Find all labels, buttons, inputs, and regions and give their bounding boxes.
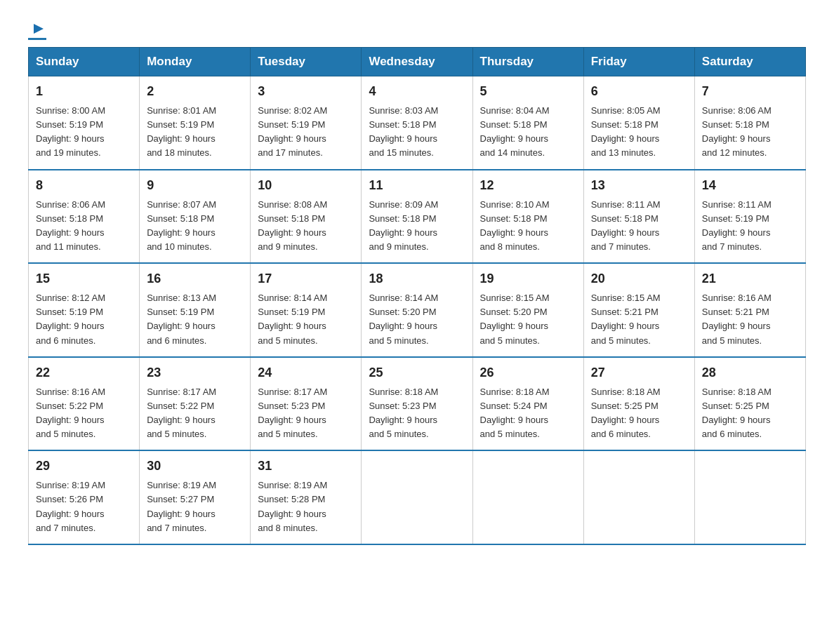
svg-marker-0 (34, 24, 44, 34)
calendar-cell: 4Sunrise: 8:03 AM Sunset: 5:18 PM Daylig… (362, 76, 472, 170)
day-number: 31 (258, 457, 354, 476)
calendar-cell: 6Sunrise: 8:05 AM Sunset: 5:18 PM Daylig… (583, 76, 694, 170)
calendar-week-1: 1Sunrise: 8:00 AM Sunset: 5:19 PM Daylig… (29, 76, 806, 170)
day-number: 23 (147, 363, 243, 382)
weekday-header-saturday: Saturday (694, 48, 805, 76)
day-info: Sunrise: 8:19 AM Sunset: 5:27 PM Dayligh… (147, 478, 243, 535)
day-info: Sunrise: 8:07 AM Sunset: 5:18 PM Dayligh… (147, 198, 243, 255)
calendar-cell: 13Sunrise: 8:11 AM Sunset: 5:18 PM Dayli… (583, 170, 694, 264)
calendar-cell: 17Sunrise: 8:14 AM Sunset: 5:19 PM Dayli… (251, 263, 362, 357)
calendar-week-2: 8Sunrise: 8:06 AM Sunset: 5:18 PM Daylig… (29, 170, 806, 264)
day-info: Sunrise: 8:15 AM Sunset: 5:21 PM Dayligh… (591, 291, 687, 348)
day-info: Sunrise: 8:11 AM Sunset: 5:19 PM Dayligh… (702, 198, 798, 255)
calendar-cell (472, 450, 583, 544)
day-info: Sunrise: 8:15 AM Sunset: 5:20 PM Dayligh… (480, 291, 576, 348)
day-info: Sunrise: 8:13 AM Sunset: 5:19 PM Dayligh… (147, 291, 243, 348)
day-info: Sunrise: 8:00 AM Sunset: 5:19 PM Dayligh… (36, 104, 132, 161)
day-info: Sunrise: 8:02 AM Sunset: 5:19 PM Dayligh… (258, 104, 354, 161)
calendar-cell: 10Sunrise: 8:08 AM Sunset: 5:18 PM Dayli… (251, 170, 362, 264)
calendar-cell: 7Sunrise: 8:06 AM Sunset: 5:18 PM Daylig… (694, 76, 805, 170)
weekday-header-wednesday: Wednesday (362, 48, 472, 76)
day-info: Sunrise: 8:16 AM Sunset: 5:21 PM Dayligh… (702, 291, 798, 348)
day-number: 10 (258, 176, 354, 195)
logo (28, 21, 46, 40)
calendar-cell (583, 450, 694, 544)
day-info: Sunrise: 8:06 AM Sunset: 5:18 PM Dayligh… (702, 104, 798, 161)
day-number: 6 (591, 82, 687, 101)
day-number: 12 (480, 176, 576, 195)
calendar-week-4: 22Sunrise: 8:16 AM Sunset: 5:22 PM Dayli… (29, 357, 806, 451)
day-info: Sunrise: 8:03 AM Sunset: 5:18 PM Dayligh… (369, 104, 465, 161)
day-number: 7 (702, 82, 798, 101)
day-info: Sunrise: 8:12 AM Sunset: 5:19 PM Dayligh… (36, 291, 132, 348)
calendar-cell: 29Sunrise: 8:19 AM Sunset: 5:26 PM Dayli… (29, 450, 140, 544)
weekday-header-thursday: Thursday (472, 48, 583, 76)
day-number: 2 (147, 82, 243, 101)
weekday-header-tuesday: Tuesday (251, 48, 362, 76)
calendar-cell: 25Sunrise: 8:18 AM Sunset: 5:23 PM Dayli… (362, 357, 472, 451)
calendar-cell: 1Sunrise: 8:00 AM Sunset: 5:19 PM Daylig… (29, 76, 140, 170)
calendar-cell: 30Sunrise: 8:19 AM Sunset: 5:27 PM Dayli… (140, 450, 251, 544)
weekday-header-friday: Friday (583, 48, 694, 76)
day-info: Sunrise: 8:14 AM Sunset: 5:20 PM Dayligh… (369, 291, 465, 348)
calendar-cell: 28Sunrise: 8:18 AM Sunset: 5:25 PM Dayli… (694, 357, 805, 451)
day-number: 27 (591, 363, 687, 382)
calendar-cell: 9Sunrise: 8:07 AM Sunset: 5:18 PM Daylig… (140, 170, 251, 264)
day-number: 14 (702, 176, 798, 195)
day-info: Sunrise: 8:05 AM Sunset: 5:18 PM Dayligh… (591, 104, 687, 161)
day-info: Sunrise: 8:17 AM Sunset: 5:22 PM Dayligh… (147, 385, 243, 442)
calendar-week-3: 15Sunrise: 8:12 AM Sunset: 5:19 PM Dayli… (29, 263, 806, 357)
calendar-cell: 19Sunrise: 8:15 AM Sunset: 5:20 PM Dayli… (472, 263, 583, 357)
day-info: Sunrise: 8:16 AM Sunset: 5:22 PM Dayligh… (36, 385, 132, 442)
calendar-cell: 23Sunrise: 8:17 AM Sunset: 5:22 PM Dayli… (140, 357, 251, 451)
day-info: Sunrise: 8:09 AM Sunset: 5:18 PM Dayligh… (369, 198, 465, 255)
calendar-cell: 5Sunrise: 8:04 AM Sunset: 5:18 PM Daylig… (472, 76, 583, 170)
calendar-cell (694, 450, 805, 544)
day-number: 29 (36, 457, 132, 476)
weekday-header-row: SundayMondayTuesdayWednesdayThursdayFrid… (29, 48, 806, 76)
calendar-cell: 14Sunrise: 8:11 AM Sunset: 5:19 PM Dayli… (694, 170, 805, 264)
calendar-cell: 11Sunrise: 8:09 AM Sunset: 5:18 PM Dayli… (362, 170, 472, 264)
day-number: 21 (702, 269, 798, 288)
day-number: 11 (369, 176, 465, 195)
day-info: Sunrise: 8:18 AM Sunset: 5:25 PM Dayligh… (591, 385, 687, 442)
day-number: 8 (36, 176, 132, 195)
calendar-header: SundayMondayTuesdayWednesdayThursdayFrid… (29, 48, 806, 76)
day-number: 20 (591, 269, 687, 288)
day-info: Sunrise: 8:14 AM Sunset: 5:19 PM Dayligh… (258, 291, 354, 348)
calendar-cell: 2Sunrise: 8:01 AM Sunset: 5:19 PM Daylig… (140, 76, 251, 170)
day-number: 3 (258, 82, 354, 101)
day-number: 16 (147, 269, 243, 288)
calendar-cell: 24Sunrise: 8:17 AM Sunset: 5:23 PM Dayli… (251, 357, 362, 451)
day-number: 30 (147, 457, 243, 476)
day-info: Sunrise: 8:08 AM Sunset: 5:18 PM Dayligh… (258, 198, 354, 255)
day-info: Sunrise: 8:18 AM Sunset: 5:24 PM Dayligh… (480, 385, 576, 442)
logo-arrow-icon (31, 21, 46, 39)
weekday-header-sunday: Sunday (29, 48, 140, 76)
day-info: Sunrise: 8:19 AM Sunset: 5:28 PM Dayligh… (258, 478, 354, 535)
day-info: Sunrise: 8:18 AM Sunset: 5:25 PM Dayligh… (702, 385, 798, 442)
calendar-week-5: 29Sunrise: 8:19 AM Sunset: 5:26 PM Dayli… (29, 450, 806, 544)
day-number: 22 (36, 363, 132, 382)
day-info: Sunrise: 8:19 AM Sunset: 5:26 PM Dayligh… (36, 478, 132, 535)
day-info: Sunrise: 8:11 AM Sunset: 5:18 PM Dayligh… (591, 198, 687, 255)
calendar-cell: 21Sunrise: 8:16 AM Sunset: 5:21 PM Dayli… (694, 263, 805, 357)
calendar-cell: 12Sunrise: 8:10 AM Sunset: 5:18 PM Dayli… (472, 170, 583, 264)
day-number: 24 (258, 363, 354, 382)
day-number: 1 (36, 82, 132, 101)
page-header (28, 21, 806, 40)
day-number: 5 (480, 82, 576, 101)
day-info: Sunrise: 8:01 AM Sunset: 5:19 PM Dayligh… (147, 104, 243, 161)
logo-underline (28, 38, 46, 40)
day-number: 17 (258, 269, 354, 288)
day-number: 26 (480, 363, 576, 382)
calendar-cell: 18Sunrise: 8:14 AM Sunset: 5:20 PM Dayli… (362, 263, 472, 357)
calendar-cell: 20Sunrise: 8:15 AM Sunset: 5:21 PM Dayli… (583, 263, 694, 357)
day-info: Sunrise: 8:18 AM Sunset: 5:23 PM Dayligh… (369, 385, 465, 442)
calendar-cell: 22Sunrise: 8:16 AM Sunset: 5:22 PM Dayli… (29, 357, 140, 451)
calendar-cell: 31Sunrise: 8:19 AM Sunset: 5:28 PM Dayli… (251, 450, 362, 544)
calendar-cell: 16Sunrise: 8:13 AM Sunset: 5:19 PM Dayli… (140, 263, 251, 357)
calendar-cell (362, 450, 472, 544)
day-info: Sunrise: 8:04 AM Sunset: 5:18 PM Dayligh… (480, 104, 576, 161)
day-number: 9 (147, 176, 243, 195)
